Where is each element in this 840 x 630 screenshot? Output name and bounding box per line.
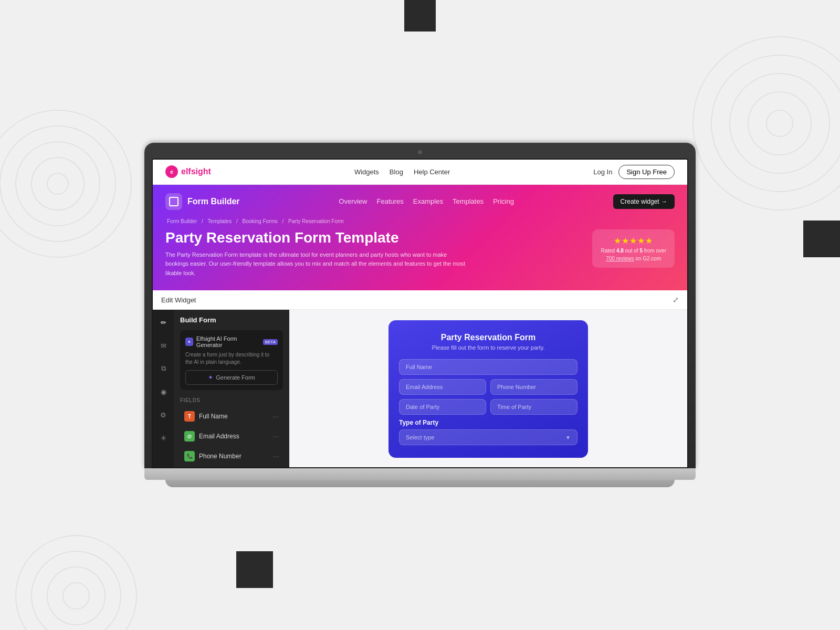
form-card-subtitle: Please fill out the form to reserve your… [399, 344, 578, 351]
rating-card: ★★★★★ Rated 4.8 out of 5 from over 700 r… [592, 229, 675, 268]
rating-stars: ★★★★★ [601, 236, 666, 246]
nav-pricing[interactable]: Pricing [493, 197, 514, 205]
copy-sidebar-icon[interactable]: ⧉ [156, 361, 171, 376]
rating-max: 5 [639, 248, 643, 254]
site-logo: e elfsight [165, 165, 211, 178]
bg-circles-right [688, 32, 840, 215]
svg-point-11 [32, 551, 121, 630]
bg-square-bottom-left [236, 551, 273, 588]
build-form-panel: Build Form ✦ Elfsight AI Form Generator … [174, 310, 289, 467]
laptop: e elfsight Widgets Blog Help Center Log … [144, 143, 696, 488]
breadcrumb-item-3: Booking Forms [243, 218, 278, 224]
bg-square-right [803, 220, 840, 257]
nav-blog[interactable]: Blog [390, 168, 403, 176]
plugin-icon [165, 193, 182, 210]
plugin-nav: Overview Features Examples Templates Pri… [339, 197, 514, 205]
plugin-name: Form Builder [187, 197, 240, 206]
form-input-date[interactable]: Date of Party [399, 399, 486, 415]
rating-score: 4.8 [616, 248, 624, 254]
edit-widget-label: Edit Widget [161, 296, 196, 304]
review-count-link[interactable]: 700 reviews [606, 256, 634, 261]
select-arrow-icon: ▼ [565, 435, 571, 440]
login-button[interactable]: Log In [593, 168, 612, 176]
expand-icon[interactable]: ⤢ [673, 296, 679, 304]
hero-text: Party Reservation Form Template The Part… [165, 229, 592, 278]
form-input-email[interactable]: Email Address [399, 379, 486, 395]
create-widget-button[interactable]: Create widget → [613, 194, 675, 209]
ai-title: Elfsight AI Form Generator [196, 335, 260, 348]
hero-content: Party Reservation Form Template The Part… [165, 229, 675, 278]
main-nav: Widgets Blog Help Center [354, 168, 450, 176]
signup-button[interactable]: Sign Up Free [618, 165, 675, 179]
site-header: e elfsight Widgets Blog Help Center Log … [153, 160, 687, 185]
bg-circles-bottom-left [10, 530, 142, 630]
generate-icon: ✦ [208, 374, 213, 381]
edit-widget-header: Edit Widget ⤢ [153, 290, 687, 310]
svg-point-1 [0, 126, 116, 242]
breadcrumb: Form Builder / Templates / Booking Forms… [165, 218, 675, 224]
palette-sidebar-icon[interactable]: ◉ [156, 384, 171, 399]
platform-label: G2.com [643, 256, 661, 261]
laptop-camera [418, 150, 422, 154]
rating-text: Rated 4.8 out of 5 from over [601, 248, 666, 254]
field-left-phone: 📞 Phone Number [184, 451, 242, 461]
field-name-fullname: Full Name [199, 413, 228, 420]
laptop-base [165, 480, 675, 487]
nav-overview[interactable]: Overview [339, 197, 367, 205]
nav-help-center[interactable]: Help Center [414, 168, 450, 176]
nav-widgets[interactable]: Widgets [354, 168, 379, 176]
generate-form-button[interactable]: ✦ Generate Form [185, 370, 278, 385]
nav-templates[interactable]: Templates [453, 197, 484, 205]
field-item-phone[interactable]: 📞 Phone Number ··· [180, 447, 283, 465]
email-sidebar-icon[interactable]: ✉ [156, 338, 171, 353]
field-menu-fullname[interactable]: ··· [272, 412, 279, 421]
svg-point-8 [748, 92, 811, 155]
ai-form-section: ✦ Elfsight AI Form Generator BETA Create… [180, 330, 283, 390]
svg-point-7 [730, 74, 830, 173]
nav-examples[interactable]: Examples [413, 197, 443, 205]
settings-sidebar-icon[interactable]: ⚙ [156, 407, 171, 422]
form-input-phone[interactable]: Phone Number [490, 379, 578, 395]
header-actions: Log In Sign Up Free [593, 165, 675, 179]
form-card-title: Party Reservation Form [399, 333, 578, 342]
plugin-icon-inner [169, 197, 178, 206]
field-left-email: @ Email Address [184, 431, 239, 442]
svg-point-0 [0, 110, 131, 257]
field-menu-email[interactable]: ··· [272, 432, 279, 440]
svg-point-9 [766, 110, 793, 136]
plugin-title-area: Form Builder [165, 193, 240, 210]
ai-label: ✦ Elfsight AI Form Generator BETA [185, 335, 278, 348]
on-label: on [635, 256, 641, 261]
rating-reviews: 700 reviews on G2.com [601, 256, 666, 261]
field-icon-email: @ [184, 431, 195, 442]
field-item-fullname[interactable]: T Full Name ··· [180, 407, 283, 425]
from-label: from over [644, 248, 666, 254]
bg-circles-left [0, 105, 136, 262]
laptop-screen: e elfsight Widgets Blog Help Center Log … [152, 159, 688, 469]
fields-section-label: FIELDS [180, 397, 283, 403]
logo-text: elfsight [181, 167, 211, 176]
form-card: Party Reservation Form Please fill out t… [388, 320, 588, 458]
nav-features[interactable]: Features [376, 197, 403, 205]
laptop-screen-frame: e elfsight Widgets Blog Help Center Log … [144, 143, 696, 469]
svg-point-3 [32, 158, 84, 210]
breadcrumb-sep-2: / [236, 218, 239, 224]
ai-description: Create a form just by describing it to t… [185, 351, 278, 366]
field-menu-phone[interactable]: ··· [272, 452, 279, 460]
form-select-type[interactable]: Select type ▼ [399, 429, 578, 445]
field-name-phone: Phone Number [199, 453, 242, 460]
field-item-email[interactable]: @ Email Address ··· [180, 427, 283, 445]
form-input-time[interactable]: Time of Party [490, 399, 578, 415]
laptop-bottom [144, 468, 696, 480]
integration-sidebar-icon[interactable]: ✳ [156, 430, 171, 445]
form-input-fullname[interactable]: Full Name [399, 359, 578, 375]
out-of-label: out of [625, 248, 638, 254]
editor-area: ✏ ✉ ⧉ ◉ ⚙ ✳ Build Form ✦ [153, 310, 687, 467]
form-preview: Party Reservation Form Please fill out t… [289, 310, 687, 467]
breadcrumb-sep-1: / [202, 218, 205, 224]
hero-title: Party Reservation Form Template [165, 229, 592, 246]
edit-sidebar-icon[interactable]: ✏ [156, 315, 171, 330]
svg-point-6 [711, 55, 840, 192]
select-placeholder: Select type [406, 434, 434, 440]
svg-point-2 [16, 142, 100, 226]
